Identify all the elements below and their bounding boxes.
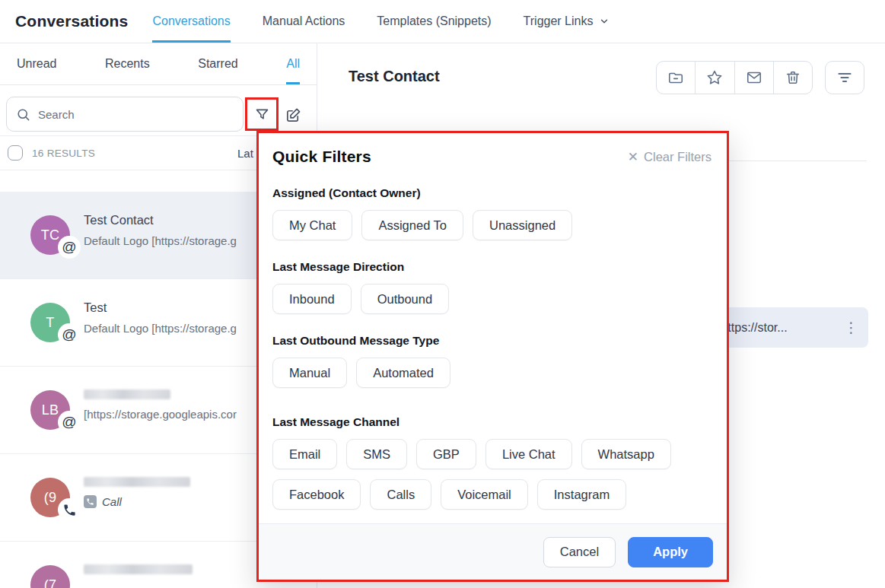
assigned-chip-row: My Chat Assigned To Unassigned <box>272 210 706 240</box>
apply-button[interactable]: Apply <box>628 537 713 567</box>
chip-facebook[interactable]: Facebook <box>272 479 361 510</box>
top-bar: Conversations Conversations Manual Actio… <box>0 0 885 43</box>
search-box[interactable] <box>6 97 244 132</box>
filter-lines-icon <box>836 68 854 87</box>
cancel-button[interactable]: Cancel <box>543 537 616 567</box>
close-x-icon: ✕ <box>628 151 638 164</box>
section-label-assigned: Assigned (Contact Owner) <box>272 186 713 200</box>
message-text: [https://stor... <box>718 321 839 335</box>
archive-folder-button[interactable] <box>657 62 696 94</box>
tab-starred[interactable]: Starred <box>198 43 237 84</box>
top-nav: Conversations Manual Actions Templates (… <box>152 0 610 43</box>
chip-whatsapp[interactable]: Whatsapp <box>581 439 671 469</box>
section-label-direction: Last Message Direction <box>272 260 713 274</box>
contact-header-name: Test Contact <box>349 68 440 85</box>
chip-inbound[interactable]: Inbound <box>272 284 352 314</box>
chip-manual[interactable]: Manual <box>272 358 347 388</box>
star-button[interactable] <box>696 62 734 94</box>
search-icon <box>16 107 30 122</box>
select-all-checkbox[interactable] <box>8 145 23 161</box>
redacted-contact-name <box>84 389 170 399</box>
section-label-channel: Last Message Channel <box>272 415 713 429</box>
filter-funnel-highlight[interactable] <box>245 97 279 131</box>
email-channel-badge-icon: @ <box>58 236 81 259</box>
direction-chip-row: Inbound Outbound <box>272 284 706 314</box>
sort-label-truncated[interactable]: Lat <box>237 147 253 160</box>
chip-unassigned[interactable]: Unassigned <box>473 210 572 240</box>
chevron-down-icon <box>599 16 610 27</box>
tab-templates-snippets[interactable]: Templates (Snippets) <box>377 0 491 43</box>
search-input[interactable] <box>38 108 234 121</box>
chip-sms[interactable]: SMS <box>346 439 407 469</box>
email-channel-badge-icon: @ <box>58 323 81 346</box>
phone-channel-badge-icon <box>58 498 81 521</box>
tab-manual-actions[interactable]: Manual Actions <box>263 0 345 43</box>
envelope-icon <box>746 69 762 86</box>
channel-chip-row: Email SMS GBP Live Chat Whatsapp Faceboo… <box>272 439 706 510</box>
compose-button[interactable] <box>282 103 304 126</box>
tab-recents[interactable]: Recents <box>105 43 150 84</box>
chip-email[interactable]: Email <box>272 439 337 469</box>
avatar: (7 <box>30 565 70 588</box>
redacted-contact-name <box>84 477 190 487</box>
email-button[interactable] <box>735 62 774 94</box>
chip-voicemail[interactable]: Voicemail <box>441 479 528 510</box>
modal-header: Quick Filters ✕ Clear Filters <box>259 133 727 166</box>
modal-footer: Cancel Apply <box>259 523 727 580</box>
clear-filters-label: Clear Filters <box>644 150 712 164</box>
chip-automated[interactable]: Automated <box>356 358 450 388</box>
funnel-filter-icon <box>254 106 270 122</box>
quick-filters-modal: Quick Filters ✕ Clear Filters Assigned (… <box>256 131 729 582</box>
tab-conversations[interactable]: Conversations <box>152 0 230 43</box>
section-label-outbound-type: Last Outbound Message Type <box>272 334 713 348</box>
delete-button[interactable] <box>774 62 812 94</box>
chip-instagram[interactable]: Instagram <box>537 479 626 510</box>
outbound-type-chip-row: Manual Automated <box>272 358 706 388</box>
message-menu-dots-icon[interactable]: ⋮ <box>839 320 858 335</box>
folder-icon <box>667 69 684 86</box>
chip-my-chat[interactable]: My Chat <box>272 210 352 240</box>
chip-calls[interactable]: Calls <box>370 479 431 510</box>
chip-outbound[interactable]: Outbound <box>361 284 449 314</box>
page-title: Conversations <box>15 12 128 30</box>
compose-edit-icon <box>285 106 302 124</box>
chip-assigned-to[interactable]: Assigned To <box>361 210 463 240</box>
call-type-icon <box>84 495 97 508</box>
message-bubble: [https://stor... ⋮ <box>708 307 868 348</box>
sidebar-filter-tabs: Unread Recents Starred All <box>0 43 317 85</box>
trash-icon <box>785 69 801 86</box>
results-count: 16 RESULTS <box>32 148 95 159</box>
redacted-contact-name <box>84 564 193 574</box>
star-icon <box>706 69 723 86</box>
tab-all[interactable]: All <box>286 43 300 84</box>
conversations-app: Conversations Conversations Manual Actio… <box>0 0 885 588</box>
modal-title: Quick Filters <box>272 148 371 166</box>
conversation-filter-button[interactable] <box>825 61 864 94</box>
tab-unread[interactable]: Unread <box>17 43 56 84</box>
clear-filters-button[interactable]: ✕ Clear Filters <box>628 150 712 164</box>
email-channel-badge-icon: @ <box>58 411 81 434</box>
contact-toolbar <box>656 61 813 94</box>
call-label: Call <box>102 495 122 508</box>
chip-gbp[interactable]: GBP <box>416 439 476 469</box>
tab-trigger-links[interactable]: Trigger Links <box>524 0 610 43</box>
chip-live-chat[interactable]: Live Chat <box>485 439 572 469</box>
